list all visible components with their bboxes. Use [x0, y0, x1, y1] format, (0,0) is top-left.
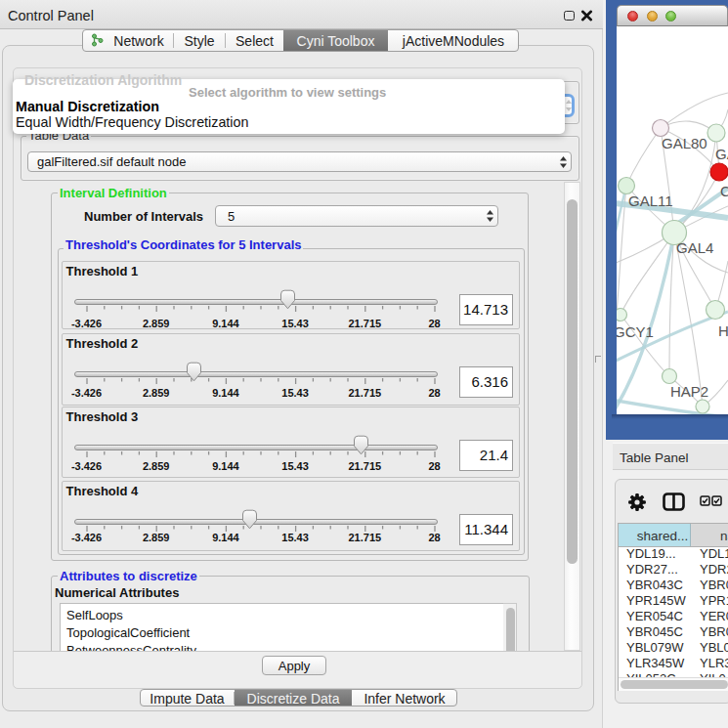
- svg-text:GAL4: GAL4: [676, 239, 713, 256]
- svg-text:GCY1: GCY1: [617, 323, 654, 340]
- svg-text:GAL80: GAL80: [662, 135, 707, 151]
- svg-text:GAL11: GAL11: [628, 193, 673, 209]
- svg-text:GA: GA: [715, 146, 728, 162]
- svg-text:HAP2: HAP2: [670, 383, 708, 400]
- svg-text:C: C: [720, 183, 728, 199]
- svg-text:H: H: [718, 322, 728, 339]
